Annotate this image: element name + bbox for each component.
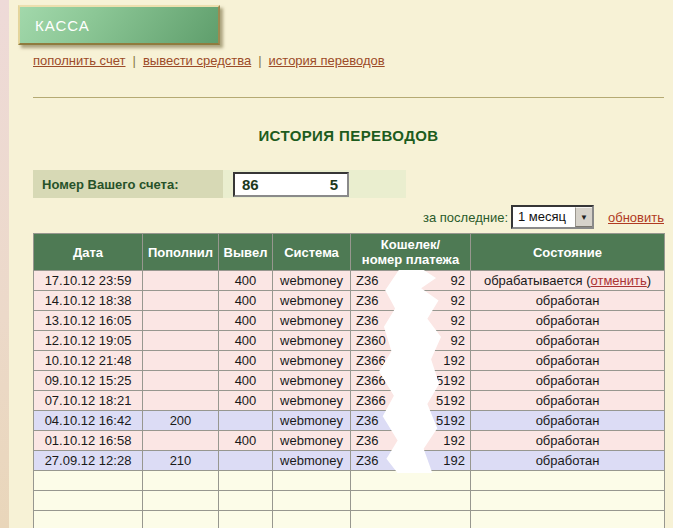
wallet-prefix: Z36 [356, 313, 378, 328]
cell-date: 01.10.12 16:58 [34, 431, 143, 451]
cell-status: обработан [471, 351, 665, 371]
table-row: 13.10.12 16:05 400 webmoney Z3692 обрабо… [34, 311, 665, 331]
wallet-prefix: Z36 [356, 453, 378, 468]
table-row-empty [34, 471, 665, 491]
cell-deposited [143, 431, 219, 451]
col-header-deposited: Пополнил [143, 234, 219, 271]
nav-link-withdraw[interactable]: вывести средства [143, 53, 251, 68]
cell-system: webmoney [273, 331, 351, 351]
cell-deposited [143, 331, 219, 351]
page-left-border [0, 0, 9, 528]
cell-deposited [143, 291, 219, 311]
col-header-wallet: Кошелек/ номер платежа [351, 234, 471, 271]
cell-date: 14.10.12 18:38 [34, 291, 143, 311]
nav-separator: | [258, 53, 261, 68]
account-number-input[interactable]: 86 5 [233, 172, 349, 197]
cell-withdrew: 400 [219, 431, 273, 451]
cell-date: 04.10.12 16:42 [34, 411, 143, 431]
cell-withdrew: 400 [219, 351, 273, 371]
table-row: 12.10.12 19:05 400 webmoney Z36092 обраб… [34, 331, 665, 351]
cell-date: 27.09.12 12:28 [34, 451, 143, 471]
wallet-prefix: Z36 [356, 413, 378, 428]
table-row-empty [34, 511, 665, 528]
cell-system: webmoney [273, 451, 351, 471]
cell-withdrew [219, 411, 273, 431]
col-header-withdrew: Вывел [219, 234, 273, 271]
cell-status: обработан [471, 311, 665, 331]
cell-system: webmoney [273, 431, 351, 451]
cell-status: обработан [471, 431, 665, 451]
nav-link-history[interactable]: история переводов [269, 53, 385, 68]
wallet-suffix: 192 [443, 433, 465, 448]
cell-withdrew: 400 [219, 331, 273, 351]
cell-status: обрабатывается (отменить) [471, 271, 665, 291]
wallet-suffix: 92 [451, 313, 465, 328]
cell-date: 10.10.12 21:48 [34, 351, 143, 371]
col-header-system: Система [273, 234, 351, 271]
account-number-label: Номер Вашего счета: [33, 170, 223, 198]
cell-system: webmoney [273, 311, 351, 331]
status-text: ) [647, 273, 651, 288]
kassa-page: КАССА пополнить счет|вывести средства|ис… [0, 0, 673, 528]
col-header-status: Состояние [471, 234, 665, 271]
cell-status: обработан [471, 331, 665, 351]
cell-withdrew: 400 [219, 271, 273, 291]
cell-empty [273, 471, 351, 491]
cell-empty [34, 491, 143, 511]
cell-empty [471, 471, 665, 491]
cell-status: обработан [471, 391, 665, 411]
cell-deposited [143, 371, 219, 391]
account-value-end: 5 [330, 176, 338, 193]
transfers-table: Дата Пополнил Вывел Система Кошелек/ ном… [33, 233, 665, 528]
cell-empty [273, 491, 351, 511]
table-row: 07.10.12 18:21 400 webmoney Z3665192 обр… [34, 391, 665, 411]
cell-date: 12.10.12 19:05 [34, 331, 143, 351]
table-row: 10.10.12 21:48 400 webmoney Z366192 обра… [34, 351, 665, 371]
cell-system: webmoney [273, 371, 351, 391]
cancel-transfer-link[interactable]: отменить [591, 273, 647, 288]
horizontal-divider [33, 97, 664, 98]
cell-date: 09.10.12 15:25 [34, 371, 143, 391]
cell-deposited: 210 [143, 451, 219, 471]
wallet-suffix: 5192 [436, 393, 465, 408]
wallet-prefix: Z366 [356, 393, 386, 408]
wallet-prefix: Z360 [356, 333, 386, 348]
section-title: ИСТОРИЯ ПЕРЕВОДОВ [33, 127, 664, 144]
cell-date: 13.10.12 16:05 [34, 311, 143, 331]
cell-withdrew: 400 [219, 311, 273, 331]
cell-deposited [143, 351, 219, 371]
table-row: 09.10.12 15:25 400 webmoney Z3665192 обр… [34, 371, 665, 391]
cell-empty [219, 511, 273, 528]
cell-system: webmoney [273, 351, 351, 371]
nav-separator: | [133, 53, 136, 68]
period-select[interactable]: 1 месяц ▼ [511, 205, 594, 229]
refresh-link[interactable]: обновить [608, 210, 664, 225]
nav-links: пополнить счет|вывести средства|история … [33, 53, 385, 68]
wallet-suffix: 92 [451, 293, 465, 308]
cell-empty [273, 511, 351, 528]
cell-deposited [143, 391, 219, 411]
cell-withdrew: 400 [219, 391, 273, 411]
table-row: 17.10.12 23:59 400 webmoney Z3692 обраба… [34, 271, 665, 291]
chevron-down-icon[interactable]: ▼ [575, 207, 592, 227]
banner-title: КАССА [35, 17, 90, 34]
cell-empty [351, 491, 471, 511]
wallet-suffix: 92 [451, 273, 465, 288]
cell-status: обработан [471, 451, 665, 471]
cell-date: 07.10.12 18:21 [34, 391, 143, 411]
account-value-start: 86 [242, 176, 259, 193]
wallet-prefix: Z36 [356, 433, 378, 448]
col-header-wallet-line1: Кошелек/ [351, 237, 470, 252]
status-text: обрабатывается ( [484, 273, 591, 288]
cell-empty [471, 511, 665, 528]
cell-deposited [143, 271, 219, 291]
table-row: 04.10.12 16:42 200 webmoney Z365192 обра… [34, 411, 665, 431]
cell-system: webmoney [273, 271, 351, 291]
col-header-wallet-line2: номер платежа [351, 252, 470, 267]
table-row: 01.10.12 16:58 400 webmoney Z36192 обраб… [34, 431, 665, 451]
wallet-prefix: Z366 [356, 373, 386, 388]
col-header-date: Дата [34, 234, 143, 271]
period-filter: за последние: 1 месяц ▼ обновить [340, 206, 664, 228]
wallet-suffix: 92 [451, 333, 465, 348]
nav-link-topup[interactable]: пополнить счет [33, 53, 126, 68]
